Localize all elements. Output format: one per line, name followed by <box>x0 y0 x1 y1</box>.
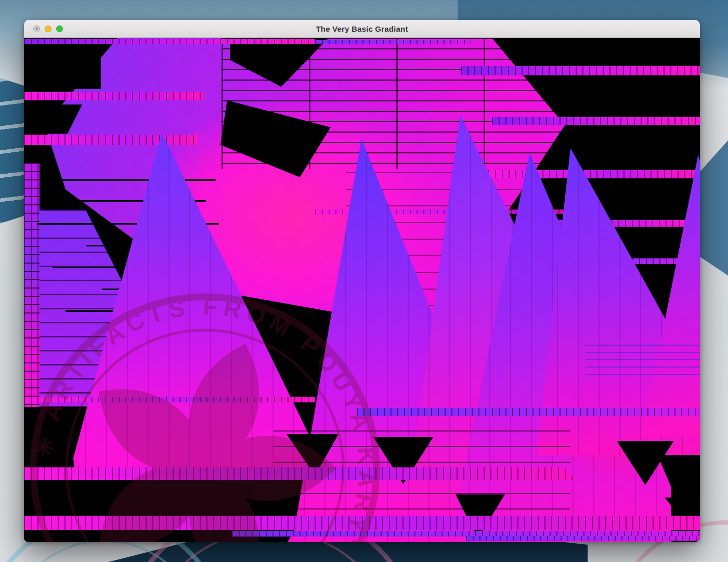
glitch-band <box>482 170 700 178</box>
minimize-button[interactable] <box>45 25 51 32</box>
glitch-band <box>24 92 203 100</box>
glitch-band <box>461 66 700 75</box>
glitch-band <box>24 39 315 44</box>
glitch-line <box>45 179 216 181</box>
close-button[interactable] <box>33 25 40 32</box>
glitch-band <box>24 467 575 480</box>
app-window: The Very Basic Gradiant ✳ ARTIFACTS <box>24 20 700 542</box>
glitch-band <box>357 408 700 416</box>
disabled-dot-icon <box>35 28 38 30</box>
glitch-band <box>24 516 700 530</box>
glitch-band <box>315 40 471 44</box>
grid-overlay <box>586 345 700 377</box>
glitch-band <box>24 163 40 407</box>
window-titlebar[interactable]: The Very Basic Gradiant <box>24 20 700 38</box>
glitch-band <box>24 397 315 402</box>
traffic-light-buttons <box>33 20 63 37</box>
art-canvas[interactable]: ✳ ARTIFACTS FROM POUYA KARY'S ARCHIVE ✳ <box>24 38 700 542</box>
zoom-button[interactable] <box>56 25 63 32</box>
black-glitch-block <box>575 126 700 169</box>
black-glitch-block <box>40 45 101 89</box>
glitch-band <box>466 536 700 541</box>
generative-art-layers <box>24 38 700 542</box>
black-glitch-block <box>606 179 700 219</box>
glitch-band <box>492 117 700 125</box>
glitch-band <box>24 135 198 145</box>
window-title: The Very Basic Gradiant <box>24 24 700 33</box>
